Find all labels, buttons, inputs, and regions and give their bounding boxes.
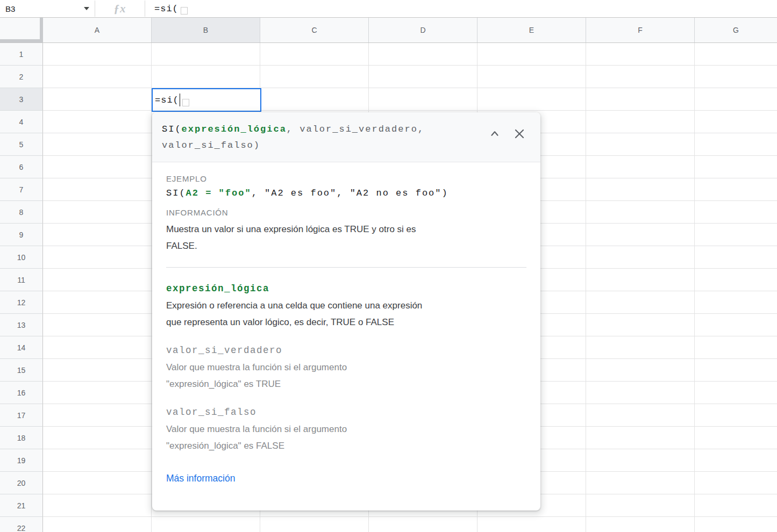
cell-A5[interactable] [43, 133, 152, 156]
cell-F5[interactable] [586, 133, 695, 156]
cell-D1[interactable] [369, 43, 477, 66]
cell-G2[interactable] [695, 66, 777, 88]
cell-F9[interactable] [586, 224, 695, 246]
cell-G19[interactable] [695, 449, 777, 472]
cell-C2[interactable] [260, 66, 369, 88]
cell-E2[interactable] [477, 66, 586, 88]
column-header-D[interactable]: D [369, 18, 477, 42]
cell-A16[interactable] [43, 382, 152, 404]
cell-F22[interactable] [586, 517, 695, 532]
cell-F2[interactable] [586, 66, 695, 88]
collapse-button[interactable] [488, 127, 502, 141]
cell-G18[interactable] [695, 427, 777, 449]
cell-A11[interactable] [43, 269, 152, 291]
row-header-7[interactable]: 7 [0, 178, 43, 201]
cell-G21[interactable] [695, 494, 777, 517]
cell-A15[interactable] [43, 359, 152, 382]
cell-G5[interactable] [695, 133, 777, 156]
column-header-F[interactable]: F [586, 18, 695, 42]
cell-F10[interactable] [586, 246, 695, 269]
cell-G12[interactable] [695, 291, 777, 314]
cell-G9[interactable] [695, 224, 777, 246]
cell-F11[interactable] [586, 269, 695, 291]
cell-F1[interactable] [586, 43, 695, 66]
cell-A10[interactable] [43, 246, 152, 269]
column-header-G[interactable]: G [695, 18, 777, 42]
row-header-6[interactable]: 6 [0, 156, 43, 178]
column-header-A[interactable]: A [43, 18, 152, 42]
row-header-5[interactable]: 5 [0, 133, 43, 156]
row-header-3[interactable]: 3 [0, 88, 43, 111]
row-header-8[interactable]: 8 [0, 201, 43, 224]
active-cell-editor[interactable]: =si( [152, 88, 261, 112]
row-header-18[interactable]: 18 [0, 427, 43, 449]
formula-bar-input[interactable]: =si( [154, 0, 777, 17]
cell-E22[interactable] [477, 517, 586, 532]
cell-G14[interactable] [695, 336, 777, 359]
row-header-15[interactable]: 15 [0, 359, 43, 382]
cell-A19[interactable] [43, 449, 152, 472]
cell-F20[interactable] [586, 472, 695, 494]
row-header-1[interactable]: 1 [0, 43, 43, 66]
cell-C3[interactable] [260, 88, 369, 111]
cell-A4[interactable] [43, 111, 152, 133]
cell-F12[interactable] [586, 291, 695, 314]
close-button[interactable] [512, 127, 526, 141]
cell-F16[interactable] [586, 382, 695, 404]
cell-G1[interactable] [695, 43, 777, 66]
row-header-9[interactable]: 9 [0, 224, 43, 246]
cell-D3[interactable] [369, 88, 477, 111]
cell-G11[interactable] [695, 269, 777, 291]
cell-F21[interactable] [586, 494, 695, 517]
cell-F17[interactable] [586, 404, 695, 427]
cell-A18[interactable] [43, 427, 152, 449]
cell-G13[interactable] [695, 314, 777, 336]
cell-F19[interactable] [586, 449, 695, 472]
name-box[interactable]: B3 [0, 0, 95, 17]
cell-G8[interactable] [695, 201, 777, 224]
cell-E3[interactable] [477, 88, 586, 111]
row-header-14[interactable]: 14 [0, 336, 43, 359]
column-header-E[interactable]: E [477, 18, 586, 42]
cell-A6[interactable] [43, 156, 152, 178]
cell-A3[interactable] [43, 88, 152, 111]
cell-A1[interactable] [43, 43, 152, 66]
row-header-22[interactable]: 22 [0, 517, 43, 532]
cell-D2[interactable] [369, 66, 477, 88]
cell-F4[interactable] [586, 111, 695, 133]
cell-B22[interactable] [152, 517, 260, 532]
cell-F13[interactable] [586, 314, 695, 336]
row-header-17[interactable]: 17 [0, 404, 43, 427]
cell-A12[interactable] [43, 291, 152, 314]
cell-G3[interactable] [695, 88, 777, 111]
cell-A2[interactable] [43, 66, 152, 88]
cell-D22[interactable] [369, 517, 477, 532]
cell-A17[interactable] [43, 404, 152, 427]
cell-B1[interactable] [152, 43, 260, 66]
column-header-C[interactable]: C [260, 18, 369, 42]
cell-G16[interactable] [695, 382, 777, 404]
cell-F15[interactable] [586, 359, 695, 382]
cell-G7[interactable] [695, 178, 777, 201]
cell-A14[interactable] [43, 336, 152, 359]
cell-G6[interactable] [695, 156, 777, 178]
select-all-corner[interactable] [0, 18, 43, 42]
row-header-12[interactable]: 12 [0, 291, 43, 314]
cell-B2[interactable] [152, 66, 260, 88]
chevron-down-icon[interactable] [84, 7, 89, 10]
cell-A8[interactable] [43, 201, 152, 224]
cell-G15[interactable] [695, 359, 777, 382]
cell-A9[interactable] [43, 224, 152, 246]
cell-C22[interactable] [260, 517, 369, 532]
row-header-20[interactable]: 20 [0, 472, 43, 494]
cell-A20[interactable] [43, 472, 152, 494]
row-header-2[interactable]: 2 [0, 66, 43, 88]
cell-F8[interactable] [586, 201, 695, 224]
cell-G22[interactable] [695, 517, 777, 532]
cell-A13[interactable] [43, 314, 152, 336]
row-header-16[interactable]: 16 [0, 382, 43, 404]
cell-E1[interactable] [477, 43, 586, 66]
row-header-11[interactable]: 11 [0, 269, 43, 291]
cell-C1[interactable] [260, 43, 369, 66]
cell-F18[interactable] [586, 427, 695, 449]
